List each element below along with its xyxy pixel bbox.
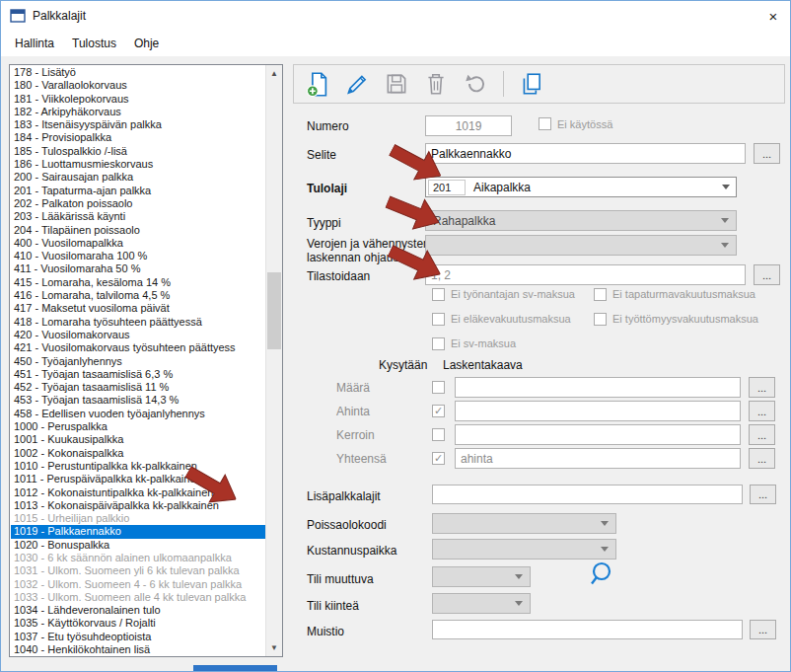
list-item[interactable]: 458 - Edellisen vuoden työajanlyhennys — [11, 408, 265, 420]
list-item[interactable]: 421 - Vuosilomakorvaus työsuhteen päätty… — [11, 341, 265, 354]
list-item[interactable]: 1010 - Perustuntipalkka kk-palkkainen — [11, 460, 265, 473]
scroll-thumb[interactable] — [267, 272, 281, 349]
list-item[interactable]: 1002 - Kokonaispalkka — [11, 447, 265, 460]
list-item[interactable]: 1020 - Bonuspalkka — [11, 539, 265, 552]
edit-button[interactable] — [341, 69, 373, 99]
selite-field[interactable]: Palkkaennakko — [425, 143, 746, 164]
checkbox-box[interactable] — [594, 313, 607, 326]
list-item[interactable]: 453 - Työajan tasaamislisä 14,3 % — [11, 394, 265, 407]
list-item[interactable]: 400 - Vuosilomapalkka — [11, 237, 265, 250]
muistio-browse-button[interactable]: ... — [750, 620, 776, 639]
list-item[interactable]: 411 - Vuosilomaraha 50 % — [11, 262, 265, 275]
checkbox-box[interactable] — [594, 288, 607, 301]
list-item[interactable]: 183 - Itsenäisyyspäivän palkka — [11, 118, 265, 131]
maksu-checkbox[interactable]: Ei työttömyysvakuutusmaksua — [594, 312, 758, 326]
chevron-down-icon[interactable] — [721, 243, 729, 248]
chevron-down-icon[interactable] — [601, 521, 609, 526]
search-icon[interactable] — [588, 560, 615, 588]
list-item[interactable]: 182 - Arkipyhäkorvaus — [11, 106, 265, 118]
list-item[interactable]: 1013 - Kokonaispäiväpalkka kk-palkkainen — [11, 499, 265, 512]
maksu-checkbox[interactable]: Ei sv-maksua — [432, 336, 594, 350]
copy-button[interactable] — [516, 69, 547, 99]
list-item[interactable]: 1037 - Etu työsuhdeoptioista — [11, 631, 265, 643]
lisapalkkalajit-browse-button[interactable]: ... — [750, 485, 776, 504]
formula-browse-button[interactable]: ... — [749, 424, 775, 445]
laskentakaava-field[interactable] — [455, 424, 741, 445]
list-item[interactable]: 1035 - Käyttökorvaus / Rojalti — [11, 617, 265, 630]
formula-browse-button[interactable]: ... — [749, 401, 775, 421]
checkbox-box[interactable] — [539, 117, 551, 130]
list-item[interactable]: 410 - Vuosilomaraha 100 % — [11, 250, 265, 262]
list-item[interactable]: 1001 - Kuukausipalkka — [11, 433, 265, 446]
kysytaan-checkbox[interactable] — [432, 428, 445, 441]
maksu-checkbox[interactable]: Ei eläkevakuutusmaksua — [432, 312, 594, 326]
kysytaan-checkbox[interactable]: ✓ — [432, 452, 445, 465]
list-item[interactable]: 1000 - Peruspalkka — [11, 420, 265, 433]
menu-item-ohje[interactable]: Ohje — [125, 33, 168, 54]
muistio-field[interactable] — [432, 620, 743, 639]
chevron-down-icon[interactable] — [721, 218, 729, 223]
scroll-up-arrow-icon[interactable]: ▲ — [266, 65, 282, 82]
list-item[interactable]: 1032 - Ulkom. Suomeen 4 - 6 kk tulevan p… — [11, 578, 265, 591]
maksu-checkbox[interactable]: Ei työnantajan sv-maksua — [432, 287, 594, 301]
list-item[interactable]: 1034 - Lähdeveronalainen tulo — [11, 604, 265, 617]
list-item[interactable]: 1011 - Peruspäiväpalkka kk-palkkainen — [11, 473, 265, 485]
list-item[interactable]: 418 - Lomaraha työsuhteen päättyessä — [11, 316, 265, 329]
kysytaan-checkbox[interactable]: ✓ — [432, 405, 445, 417]
menu-item-hallinta[interactable]: Hallinta — [6, 33, 63, 54]
maksu-checkbox[interactable]: Ei tapaturmavakuutusmaksua — [594, 287, 758, 301]
undo-button[interactable] — [460, 69, 491, 99]
list-item[interactable]: 204 - Tilapäinen poissaolo — [11, 224, 265, 237]
chevron-down-icon[interactable] — [515, 574, 523, 579]
laskentakaava-field[interactable] — [455, 377, 741, 398]
tili-muuttuva-dropdown[interactable] — [432, 566, 531, 587]
list-item[interactable]: 186 - Luottamusmieskorvaus — [11, 158, 265, 171]
checkbox-box[interactable] — [432, 337, 445, 350]
chevron-down-icon[interactable] — [515, 601, 523, 606]
list-item[interactable]: 1040 - Henkilökohtainen lisä — [11, 643, 265, 655]
tilastoidaan-field[interactable]: 1, 2 — [425, 264, 746, 285]
tilastoidaan-browse-button[interactable]: ... — [754, 264, 780, 285]
list-item[interactable]: 1019 - Palkkaennakko — [11, 525, 265, 538]
numero-field[interactable]: 1019 — [425, 115, 512, 136]
list-item[interactable]: 1030 - 6 kk säännön alainen ulkomaanpalk… — [11, 552, 265, 564]
save-button[interactable] — [381, 69, 412, 99]
list-item[interactable]: 1012 - Kokonaistuntipalkka kk-palkkainen — [11, 486, 265, 499]
tulolaji-combobox[interactable]: 201 Aikapalkka — [425, 177, 737, 197]
close-button[interactable]: × — [760, 4, 786, 28]
list-item[interactable]: 201 - Tapaturma-ajan palkka — [11, 185, 265, 197]
laskentakaava-field[interactable] — [455, 401, 741, 421]
list-item[interactable]: 184 - Provisiopalkka — [11, 131, 265, 144]
list-item[interactable]: 420 - Vuosilomakorvaus — [11, 329, 265, 341]
list-item[interactable]: 200 - Sairausajan palkka — [11, 171, 265, 184]
list-item[interactable]: 185 - Tulospalkkio /-lisä — [11, 145, 265, 158]
kysytaan-checkbox[interactable] — [432, 381, 445, 394]
laskentakaava-field[interactable]: ahinta — [455, 448, 741, 469]
list-item[interactable]: 180 - Varallaolokorvaus — [11, 79, 265, 92]
list-item[interactable]: 203 - Lääkärissä käynti — [11, 210, 265, 223]
kustannuspaikka-dropdown[interactable] — [432, 539, 616, 560]
list-item[interactable]: 181 - Viikkolepokorvaus — [11, 93, 265, 106]
delete-button[interactable] — [420, 69, 452, 99]
chevron-down-icon[interactable] — [722, 185, 730, 189]
list-item[interactable]: 452 - Työajan tasaamislisä 11 % — [11, 381, 265, 394]
checkbox-box[interactable] — [432, 288, 445, 301]
list-item[interactable]: 417 - Maksetut vuosiloma päivät — [11, 302, 265, 315]
scroll-down-arrow-icon[interactable]: ▼ — [266, 639, 282, 656]
formula-browse-button[interactable]: ... — [749, 448, 775, 469]
formula-browse-button[interactable]: ... — [749, 377, 775, 398]
list-item[interactable]: 1031 - Ulkom. Suomeen yli 6 kk tulevan p… — [11, 564, 265, 577]
tyyppi-dropdown[interactable]: Rahapalkka — [425, 210, 737, 231]
verojen-dropdown[interactable] — [425, 235, 737, 256]
list-item[interactable]: 415 - Lomaraha, kesäloma 14 % — [11, 276, 265, 289]
poissaolokoodi-dropdown[interactable] — [432, 513, 616, 534]
paylist-scrollbar[interactable]: ▲ ▼ — [265, 65, 282, 656]
lisapalkkalajit-field[interactable] — [432, 485, 743, 504]
list-item[interactable]: 202 - Palkaton poissaolo — [11, 197, 265, 210]
list-item[interactable]: 1015 - Urheilijan palkkio — [11, 512, 265, 525]
ei-kaytossa-checkbox[interactable]: Ei käytössä — [539, 117, 612, 130]
list-item[interactable]: 450 - Työajanlyhennys — [11, 355, 265, 368]
tili-kiintea-dropdown[interactable] — [432, 593, 531, 614]
menu-item-tulostus[interactable]: Tulostus — [63, 33, 125, 54]
list-item[interactable]: 178 - Lisätyö — [11, 66, 265, 79]
